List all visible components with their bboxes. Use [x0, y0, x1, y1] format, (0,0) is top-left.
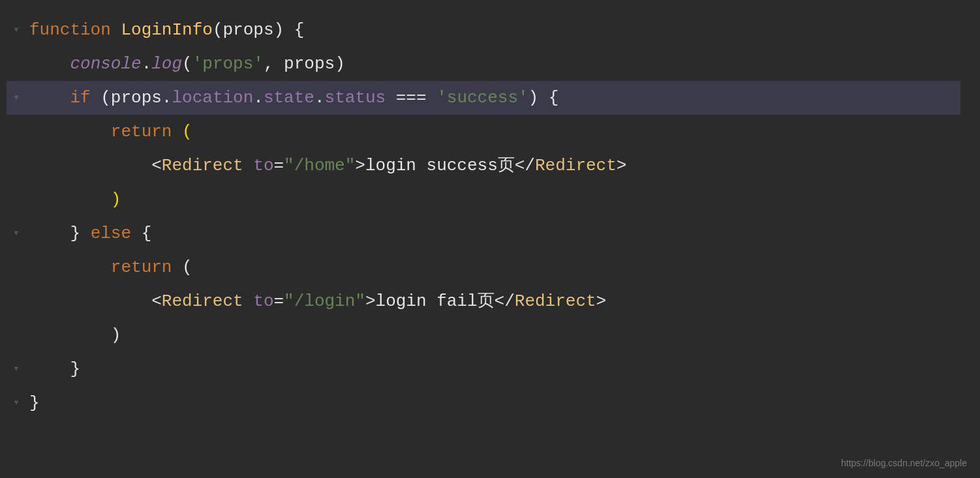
- prop-state: state: [264, 88, 314, 108]
- gutter-7: ▿: [7, 226, 26, 241]
- bracket-white-close: ): [111, 325, 121, 345]
- log-close: ): [335, 54, 345, 74]
- redirect-close-tag-1: Redirect: [535, 156, 617, 175]
- var-props: props: [284, 54, 335, 74]
- fold-icon-11[interactable]: ▿: [14, 361, 19, 377]
- keyword-return-2: return: [111, 258, 182, 277]
- redirect-text-1: login success页: [365, 156, 515, 175]
- dot-2: .: [162, 88, 172, 108]
- gutter-11: ▿: [7, 361, 26, 377]
- prop-status: status: [325, 88, 386, 108]
- code-content-6: ): [26, 185, 960, 214]
- watermark: https://blog.csdn.net/zxo_apple: [841, 458, 967, 468]
- code-content-2: console.log('props', props): [26, 50, 960, 78]
- tag-close-bracket-1: >: [355, 156, 365, 175]
- code-line-12: ▿ }: [7, 386, 960, 420]
- code-line-4: return (: [7, 115, 960, 149]
- function-name: LoginInfo: [121, 20, 212, 40]
- gutter-3: ▿: [7, 90, 26, 106]
- if-paren-close: ) {: [528, 88, 559, 108]
- redirect-tag-2: Redirect: [162, 291, 243, 311]
- close-brace-outer: }: [29, 393, 40, 413]
- redirect-tag-1: Redirect: [162, 156, 243, 175]
- string-success: 'success': [436, 88, 528, 108]
- dot-3: .: [253, 88, 264, 108]
- paren-open: (: [213, 20, 223, 40]
- attr-eq-1: =: [273, 156, 284, 175]
- log-method: log: [151, 54, 182, 74]
- redirect-close-tag-2: Redirect: [515, 291, 596, 311]
- code-content-8: return (: [26, 253, 960, 282]
- code-content-5: <Redirect to="/home">login success页</Red…: [26, 151, 960, 180]
- attr-eq-2: =: [273, 291, 284, 311]
- code-line-6: ): [7, 183, 960, 217]
- close-brace-1: }: [70, 224, 90, 243]
- tag-closing-2: </: [495, 291, 515, 311]
- code-block: ▿ function LoginInfo(props) { console.lo…: [0, 0, 980, 433]
- code-content-10: ): [26, 321, 960, 350]
- tag-open-2: <: [151, 291, 162, 311]
- if-paren-open: (: [100, 88, 111, 108]
- gutter-12: ▿: [7, 395, 26, 411]
- code-line-5: <Redirect to="/home">login success页</Red…: [7, 149, 960, 183]
- close-brace-2: }: [70, 359, 80, 379]
- param-props: props: [222, 20, 273, 40]
- code-line-3: ▿ if (props.location.state.status === 's…: [7, 81, 960, 115]
- keyword-function: function: [29, 20, 121, 40]
- code-editor: ▿ function LoginInfo(props) { console.lo…: [0, 0, 980, 478]
- gutter-1: ▿: [7, 22, 26, 38]
- keyword-else: else: [91, 224, 131, 243]
- triple-equals: ===: [386, 88, 436, 108]
- code-line-7: ▿ } else {: [7, 217, 960, 250]
- keyword-if: if: [70, 88, 100, 108]
- paren-close-brace: ) {: [274, 20, 305, 40]
- fold-icon-3[interactable]: ▿: [14, 90, 19, 106]
- tag-close-end-1: >: [617, 156, 627, 175]
- code-content-9: <Redirect to="/login">login fail页</Redir…: [26, 287, 960, 316]
- tag-open-1: <: [151, 156, 162, 175]
- code-line-9: <Redirect to="/login">login fail页</Redir…: [7, 284, 960, 318]
- code-content-11: }: [26, 355, 960, 383]
- redirect-text-2: login fail页: [376, 291, 495, 311]
- code-content-4: return (: [26, 117, 960, 146]
- code-line-11: ▿ }: [7, 352, 960, 386]
- code-line-10: ): [7, 318, 960, 352]
- tag-close-bracket-2: >: [365, 291, 376, 311]
- bracket-yellow-open: (: [182, 122, 192, 142]
- code-content-1: function LoginInfo(props) {: [26, 16, 960, 44]
- fold-icon-1[interactable]: ▿: [14, 22, 19, 38]
- console-obj: console: [70, 54, 141, 74]
- bracket-white-open: (: [182, 258, 192, 277]
- prop-location: location: [172, 88, 253, 108]
- code-content-3: if (props.location.state.status === 'suc…: [26, 83, 960, 112]
- fold-icon-7[interactable]: ▿: [14, 226, 19, 241]
- dot-1: .: [142, 54, 152, 74]
- comma-space: ,: [264, 54, 284, 74]
- bracket-yellow-close: ): [111, 190, 121, 209]
- attr-to-1: to: [243, 156, 274, 175]
- code-line-1: ▿ function LoginInfo(props) {: [7, 13, 960, 47]
- dot-4: .: [314, 88, 325, 108]
- string-props: 'props': [192, 54, 264, 74]
- tag-close-end-2: >: [596, 291, 607, 311]
- attr-to-2: to: [243, 291, 274, 311]
- tag-closing-1: </: [515, 156, 535, 175]
- else-brace: {: [131, 224, 151, 243]
- code-content-12: }: [26, 389, 960, 417]
- fold-icon-12[interactable]: ▿: [14, 395, 19, 411]
- keyword-return-1: return: [111, 122, 182, 142]
- log-paren: (: [182, 54, 192, 74]
- code-line-2: console.log('props', props): [7, 47, 960, 81]
- attr-val-home: "/home": [284, 156, 355, 175]
- code-content-7: } else {: [26, 219, 960, 248]
- attr-val-login: "/login": [284, 291, 365, 311]
- code-line-8: return (: [7, 250, 960, 284]
- props-ref: props: [111, 88, 162, 108]
